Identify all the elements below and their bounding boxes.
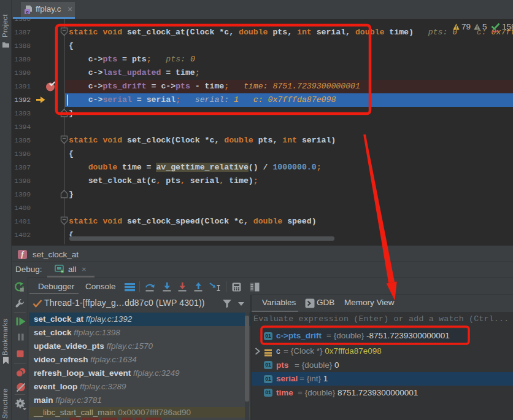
svg-text:c: c [26,9,29,15]
